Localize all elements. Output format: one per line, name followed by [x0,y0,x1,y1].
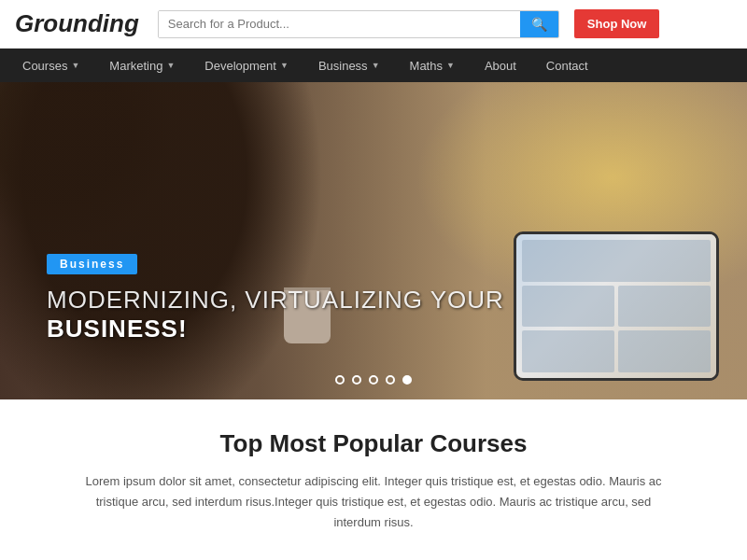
section-title: Top Most Popular Courses [75,429,672,458]
popular-courses-section: Top Most Popular Courses Lorem ipsum dol… [0,399,747,552]
chevron-down-icon: ▼ [166,61,175,70]
tablet-cell [618,330,711,372]
nav-label-maths: Maths [410,59,443,73]
nav-label-contact: Contact [546,59,588,73]
nav-label-marketing: Marketing [109,59,162,73]
nav-item-maths[interactable]: Maths ▼ [395,49,470,82]
chevron-down-icon: ▼ [372,61,380,70]
search-input[interactable] [159,11,520,37]
header: Grounding 🔍 Shop Now [0,0,747,49]
chevron-down-icon: ▼ [280,61,289,70]
hero-title-line2: BUSINESS! [47,315,504,343]
hero-tag: Business [47,254,137,274]
main-nav: Courses ▼ Marketing ▼ Development ▼ Busi… [0,49,747,82]
carousel-dots [335,375,412,385]
search-icon: 🔍 [531,17,547,32]
carousel-dot-4[interactable] [386,375,395,385]
section-description: Lorem ipsum dolor sit amet, consectetur … [75,471,672,533]
nav-item-business[interactable]: Business ▼ [303,49,395,82]
hero-content: Business MODERNIZING, VIRTUALIZING YOUR … [47,254,504,343]
shop-now-button[interactable]: Shop Now [574,9,660,38]
logo: Grounding [15,9,139,38]
tablet-cell [618,286,711,328]
tablet-cell [522,286,614,328]
carousel-dot-2[interactable] [352,375,361,385]
nav-item-about[interactable]: About [470,49,531,82]
nav-label-about: About [485,59,516,73]
nav-label-development: Development [204,59,276,73]
carousel-dot-3[interactable] [369,375,378,385]
chevron-down-icon: ▼ [446,61,455,70]
carousel-dot-1[interactable] [335,375,345,385]
tablet-screen [516,234,716,378]
tablet-cell [522,240,711,282]
hero-tablet [514,231,719,381]
nav-label-business: Business [318,59,368,73]
search-wrapper: 🔍 [158,10,559,38]
chevron-down-icon: ▼ [71,61,79,70]
tablet-cell [522,330,614,372]
hero-section: Business MODERNIZING, VIRTUALIZING YOUR … [0,82,747,399]
hero-title-line1: MODERNIZING, VIRTUALIZING YOUR [47,286,504,315]
carousel-dot-5[interactable] [402,375,412,385]
nav-item-courses[interactable]: Courses ▼ [7,49,94,82]
nav-item-development[interactable]: Development ▼ [190,49,303,82]
nav-item-contact[interactable]: Contact [531,49,603,82]
search-button[interactable]: 🔍 [520,11,558,37]
nav-item-marketing[interactable]: Marketing ▼ [94,49,190,82]
nav-label-courses: Courses [22,59,67,73]
